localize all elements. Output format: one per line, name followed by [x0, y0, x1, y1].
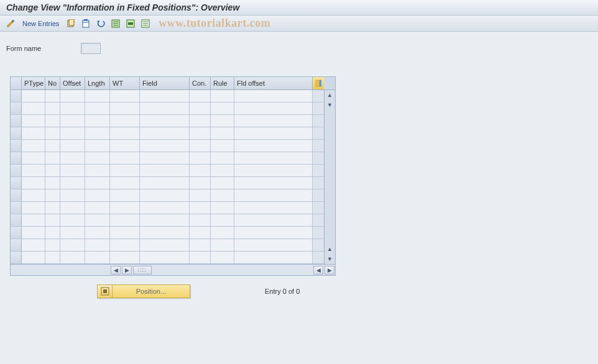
cell[interactable]	[110, 90, 140, 102]
col-rule[interactable]: Rule	[211, 77, 234, 89]
cell[interactable]	[211, 202, 234, 214]
cell[interactable]	[110, 189, 140, 201]
cell[interactable]	[110, 165, 140, 176]
row-selector[interactable]	[11, 152, 22, 164]
cell[interactable]	[85, 202, 110, 214]
cell[interactable]	[60, 127, 85, 139]
cell[interactable]	[110, 227, 140, 239]
cell[interactable]	[22, 140, 45, 152]
col-ptype[interactable]: PType	[22, 77, 45, 89]
cell[interactable]	[110, 214, 140, 226]
cell[interactable]	[190, 202, 211, 214]
cell[interactable]	[85, 90, 110, 102]
cell[interactable]	[211, 252, 234, 263]
cell[interactable]	[85, 140, 110, 152]
col-field[interactable]: Field	[140, 77, 190, 89]
cell[interactable]	[45, 115, 60, 127]
cell[interactable]	[190, 214, 211, 226]
row-selector[interactable]	[11, 102, 22, 114]
scroll-down-icon[interactable]: ▼	[324, 100, 335, 110]
col-no[interactable]: No	[45, 77, 60, 89]
cell[interactable]	[22, 152, 45, 164]
cell[interactable]	[45, 152, 60, 164]
cell[interactable]	[110, 115, 140, 127]
cell[interactable]	[190, 140, 211, 152]
cell[interactable]	[85, 227, 110, 239]
cell[interactable]	[60, 177, 85, 189]
table-row[interactable]	[11, 177, 324, 189]
position-button[interactable]: Position...	[97, 284, 190, 298]
cell[interactable]	[211, 90, 234, 102]
row-selector[interactable]	[11, 127, 22, 139]
cell[interactable]	[45, 239, 60, 251]
cell[interactable]	[85, 214, 110, 226]
table-row[interactable]	[11, 214, 324, 227]
cell[interactable]	[22, 239, 45, 251]
row-selector[interactable]	[11, 140, 22, 152]
cell[interactable]	[60, 214, 85, 226]
row-selector[interactable]	[11, 115, 22, 127]
delete-icon[interactable]	[80, 18, 91, 29]
cell[interactable]	[85, 189, 110, 201]
cell[interactable]	[85, 165, 110, 176]
cell[interactable]	[60, 90, 85, 102]
cell[interactable]	[190, 102, 211, 114]
cell[interactable]	[85, 152, 110, 164]
scroll-left-icon[interactable]: ◀	[313, 266, 323, 275]
cell[interactable]	[110, 252, 140, 263]
cell[interactable]	[140, 214, 190, 226]
cell[interactable]	[60, 115, 85, 127]
cell[interactable]	[110, 202, 140, 214]
table-row[interactable]	[11, 202, 324, 214]
cell[interactable]	[110, 140, 140, 152]
cell[interactable]	[140, 227, 190, 239]
cell[interactable]	[60, 102, 85, 114]
cell[interactable]	[60, 189, 85, 201]
cell[interactable]	[190, 165, 211, 176]
row-selector[interactable]	[11, 165, 22, 176]
cell[interactable]	[110, 152, 140, 164]
scroll-up-icon[interactable]: ▲	[324, 90, 335, 100]
cell[interactable]	[110, 239, 140, 251]
table-row[interactable]	[11, 239, 324, 252]
cell[interactable]	[60, 239, 85, 251]
col-fld-offset[interactable]: Fld offset	[234, 77, 313, 89]
cell[interactable]	[45, 252, 60, 263]
scroll-right-icon[interactable]: ▶	[324, 266, 334, 275]
row-selector[interactable]	[11, 227, 22, 239]
toggle-display-change-icon[interactable]	[5, 18, 16, 29]
cell[interactable]	[234, 202, 313, 214]
copy-as-icon[interactable]	[65, 18, 76, 29]
scroll-left-icon[interactable]: ◀	[111, 266, 121, 275]
cell[interactable]	[211, 115, 234, 127]
cell[interactable]	[140, 127, 190, 139]
cell[interactable]	[140, 102, 190, 114]
table-row[interactable]	[11, 252, 324, 264]
row-selector[interactable]	[11, 177, 22, 189]
scroll-right-icon[interactable]: ▶	[122, 266, 132, 275]
cell[interactable]	[85, 115, 110, 127]
cell[interactable]	[45, 127, 60, 139]
table-row[interactable]	[11, 102, 324, 115]
cell[interactable]	[234, 177, 313, 189]
cell[interactable]	[234, 214, 313, 226]
col-con[interactable]: Con.	[190, 77, 211, 89]
cell[interactable]	[45, 90, 60, 102]
cell[interactable]	[140, 140, 190, 152]
cell[interactable]	[190, 127, 211, 139]
cell[interactable]	[190, 177, 211, 189]
select-all-icon[interactable]	[110, 18, 121, 29]
cell[interactable]	[85, 102, 110, 114]
deselect-all-icon[interactable]	[140, 18, 151, 29]
cell[interactable]	[211, 152, 234, 164]
table-row[interactable]	[11, 189, 324, 202]
cell[interactable]	[234, 239, 313, 251]
cell[interactable]	[211, 177, 234, 189]
cell[interactable]	[234, 152, 313, 164]
cell[interactable]	[234, 227, 313, 239]
cell[interactable]	[190, 239, 211, 251]
cell[interactable]	[22, 90, 45, 102]
cell[interactable]	[45, 202, 60, 214]
row-selector[interactable]	[11, 214, 22, 226]
cell[interactable]	[45, 214, 60, 226]
